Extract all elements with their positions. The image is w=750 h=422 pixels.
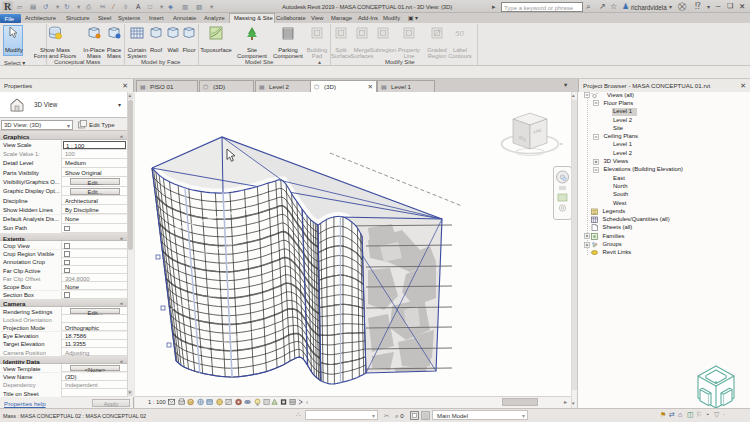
svg-text:R: R bbox=[4, 1, 12, 12]
svg-text:50: 50 bbox=[455, 29, 464, 38]
